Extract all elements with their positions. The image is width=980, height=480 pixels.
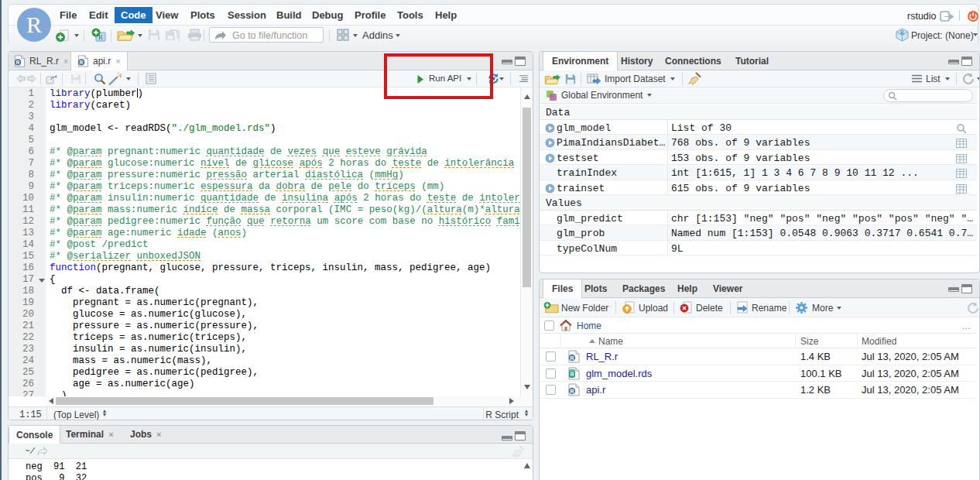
svg-text:R: R	[80, 60, 84, 65]
svg-text:R: R	[571, 389, 574, 394]
svg-text:R: R	[16, 59, 20, 64]
svg-text:R: R	[571, 371, 574, 376]
svg-text:R: R	[900, 29, 905, 36]
svg-text:R: R	[571, 355, 574, 361]
